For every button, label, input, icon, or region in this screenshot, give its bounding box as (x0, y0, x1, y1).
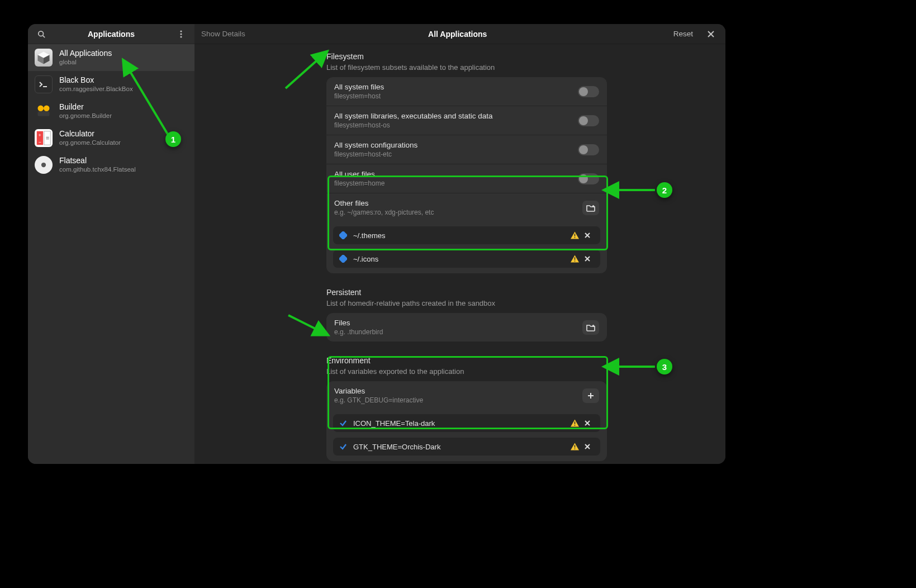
warning-icon (571, 443, 579, 451)
svg-rect-30 (575, 260, 576, 262)
env-row-vars: Variables e.g. GTK_DEBUG=interactive (326, 381, 607, 410)
builder-icon (36, 103, 51, 119)
terminal-icon (39, 81, 49, 88)
main-header: Show Details All Applications Reset (194, 24, 725, 44)
folder-badge-icon (339, 254, 348, 263)
svg-line-1 (43, 35, 45, 37)
fs-entry-icons[interactable]: ~/.icons (333, 250, 600, 268)
close-button[interactable] (703, 26, 719, 42)
fs-row-host-etc: All system configurations filesystem=hos… (326, 135, 607, 164)
app-item-flatseal[interactable]: Flatseal com.github.tchx84.Flatseal (28, 151, 194, 178)
app-id: com.raggesilver.BlackBox (59, 86, 133, 93)
remove-entry-button[interactable] (585, 444, 595, 449)
search-icon (37, 30, 45, 38)
app-item-all[interactable]: All Applications global (28, 44, 194, 71)
filesystem-heading: Filesystem (326, 52, 607, 61)
fs-row-sub: filesystem=host-etc (334, 150, 578, 158)
fs-switch-home[interactable] (578, 173, 599, 184)
remove-entry-button[interactable] (585, 256, 595, 262)
fs-switch-host-os[interactable] (578, 115, 599, 126)
filesystem-group: All system files filesystem=host All sys… (326, 77, 607, 273)
persistent-desc: List of homedir-relative paths created i… (326, 299, 607, 307)
app-id: global (59, 59, 112, 67)
app-icon-builder (35, 102, 53, 120)
close-icon (708, 31, 714, 37)
app-list: All Applications global Black Box com.ra… (28, 44, 194, 464)
env-vars-title: Variables (334, 387, 582, 395)
persistent-add-button[interactable] (582, 320, 599, 335)
reset-button[interactable]: Reset (670, 30, 696, 38)
app-icon-calculator: +−= (35, 129, 53, 147)
content-scroll[interactable]: Filesystem List of filesystem subsets av… (194, 44, 725, 464)
env-add-button[interactable] (582, 388, 599, 403)
app-name: All Applications (59, 49, 112, 58)
svg-rect-25 (575, 237, 576, 238)
show-details-button[interactable]: Show Details (201, 30, 245, 38)
cube-icon (36, 50, 51, 65)
fs-row-title: All system libraries, executables and st… (334, 112, 578, 120)
app-icon-global (35, 49, 53, 67)
fs-entry-path: ~/.icons (353, 255, 565, 263)
close-icon (585, 420, 590, 426)
svg-rect-23 (339, 231, 347, 239)
warning-icon (571, 255, 579, 263)
svg-rect-42 (575, 448, 576, 449)
sidebar-title: Applications (49, 30, 173, 39)
add-path-button[interactable] (582, 201, 599, 215)
svg-point-9 (38, 106, 44, 112)
check-icon (339, 419, 348, 428)
search-button[interactable] (34, 26, 49, 42)
warning-icon (571, 231, 579, 239)
app-id: org.gnome.Calculator (59, 139, 121, 147)
main-panel: Show Details All Applications Reset File… (194, 24, 725, 464)
environment-group: Variables e.g. GTK_DEBUG=interactive (326, 381, 607, 461)
fs-row-sub: filesystem=host-os (334, 121, 578, 129)
app-id: org.gnome.Builder (59, 112, 112, 120)
svg-point-4 (180, 36, 182, 37)
svg-point-0 (39, 31, 44, 36)
svg-point-2 (180, 30, 182, 32)
page-title: All Applications (252, 30, 663, 39)
app-name: Flatseal (59, 156, 136, 165)
svg-rect-28 (339, 255, 347, 263)
app-item-builder[interactable]: Builder org.gnome.Builder (28, 98, 194, 125)
app-name: Black Box (59, 75, 133, 85)
remove-entry-button[interactable] (585, 233, 595, 238)
svg-point-3 (180, 33, 182, 35)
app-item-calculator[interactable]: +−= Calculator org.gnome.Calculator (28, 125, 194, 151)
fs-other-title: Other files (334, 199, 582, 207)
env-entry-gtk-theme[interactable]: GTK_THEME=Orchis-Dark (333, 438, 600, 456)
fs-row-home: All user files filesystem=home (326, 164, 607, 193)
env-entry-icon-theme[interactable]: ICON_THEME=Tela-dark (333, 414, 600, 432)
close-icon (585, 444, 590, 449)
app-name: Builder (59, 102, 112, 112)
svg-rect-38 (575, 425, 576, 426)
svg-rect-29 (575, 257, 576, 260)
fs-switch-host-etc[interactable] (578, 144, 599, 155)
env-entry-text: ICON_THEME=Tela-dark (353, 419, 565, 428)
folder-badge-icon (339, 231, 348, 240)
svg-point-18 (41, 163, 46, 167)
svg-rect-24 (575, 234, 576, 236)
environment-desc: List of variables exported to the applic… (326, 367, 607, 376)
flatseal-icon (37, 159, 50, 171)
app-id: com.github.tchx84.Flatseal (59, 166, 136, 174)
svg-rect-11 (38, 111, 50, 116)
app-icon-blackbox (35, 75, 53, 93)
sidebar: Applications All Applications global (28, 24, 194, 464)
persistent-row-files: Files e.g. .thunderbird (326, 313, 607, 342)
fs-row-other: Other files e.g. ~/games:ro, xdg-picture… (326, 193, 607, 222)
svg-text:=: = (46, 135, 49, 141)
folder-add-icon (586, 204, 595, 212)
fs-entry-themes[interactable]: ~/.themes (333, 226, 600, 244)
fs-row-sub: filesystem=home (334, 179, 578, 187)
fs-row-title: All system configurations (334, 141, 578, 149)
app-item-blackbox[interactable]: Black Box com.raggesilver.BlackBox (28, 71, 194, 98)
sidebar-header: Applications (28, 24, 194, 44)
remove-entry-button[interactable] (585, 420, 595, 426)
persistent-files-title: Files (334, 319, 582, 327)
app-name: Calculator (59, 129, 121, 139)
fs-switch-host[interactable] (578, 86, 599, 97)
env-entry-text: GTK_THEME=Orchis-Dark (353, 443, 565, 451)
sidebar-menu-button[interactable] (173, 26, 189, 42)
